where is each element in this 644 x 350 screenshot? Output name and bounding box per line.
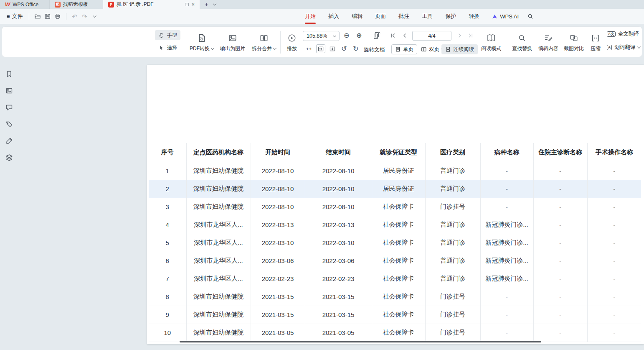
single-page-button[interactable]: 单页 xyxy=(391,44,417,54)
table-header-cell: 定点医药机构名称 xyxy=(186,143,251,162)
extract-pages-button[interactable] xyxy=(372,31,381,40)
tab-list-chevron-icon[interactable] xyxy=(213,2,216,5)
page-number-input[interactable]: 4/4 xyxy=(412,31,451,41)
zoom-out-button[interactable]: ⊖ xyxy=(344,32,349,39)
menu-tab[interactable]: 插入 xyxy=(322,9,345,24)
continuous-read-button[interactable]: 连续阅读 xyxy=(441,44,478,54)
table-cell: 深圳市妇幼保健院 xyxy=(186,180,251,198)
menu-tab[interactable]: 开始 xyxy=(299,9,322,24)
full-text-translate-label: 全文翻译 xyxy=(618,31,639,38)
edit-content-button[interactable]: 编辑内容 xyxy=(536,29,561,55)
table-cell: 2022-02-23 xyxy=(305,270,372,288)
split-merge-button[interactable]: 拆分合并 xyxy=(249,29,279,55)
tag-panel-button[interactable] xyxy=(5,120,13,128)
read-mode-button[interactable]: 阅读模式 xyxy=(479,29,503,55)
word-translate-button[interactable]: A 划词翻译 xyxy=(607,44,640,51)
table-cell: 社会保障卡 xyxy=(372,288,425,306)
table-cell: 2022-03-06 xyxy=(305,252,372,270)
table-cell: - xyxy=(587,198,641,216)
table-cell: 居民身份证 xyxy=(372,162,425,180)
zoom-dropdown[interactable]: 105.88% xyxy=(303,31,340,41)
table-cell: - xyxy=(533,234,587,252)
table-header-cell: 开始时间 xyxy=(251,143,305,162)
table-cell: - xyxy=(587,216,641,234)
table-cell: 8 xyxy=(149,288,186,306)
compress-icon xyxy=(591,33,600,43)
read-mode-label: 阅读模式 xyxy=(481,45,501,52)
export-image-button[interactable]: 输出为图片 xyxy=(218,29,248,55)
docer-icon: 稻 xyxy=(55,2,61,8)
page-indicator: 4/4 xyxy=(428,33,435,39)
actual-size-button[interactable]: 1:1 xyxy=(304,44,314,53)
bookmark-panel-button[interactable] xyxy=(5,70,13,78)
wps-ai-button[interactable]: WPS AI xyxy=(486,13,525,20)
fit-width-button[interactable] xyxy=(316,44,325,53)
tab-restore-icon[interactable] xyxy=(185,3,189,6)
thumbnail-panel-button[interactable] xyxy=(5,87,13,95)
rotate-ccw-button[interactable]: ↺ xyxy=(341,46,347,52)
tab-document[interactable]: P 就 医 记 录 .PDF × xyxy=(103,0,200,9)
document-workspace[interactable]: 序号定点医药机构名称开始时间结束时间就诊凭证类型医疗类别病种名称住院主诊断名称手… xyxy=(0,57,644,350)
signature-panel-button[interactable] xyxy=(5,137,13,145)
rotate-cw-button[interactable]: ↻ xyxy=(353,46,358,52)
double-page-icon xyxy=(421,46,427,52)
cursor-icon xyxy=(158,45,165,51)
select-tool-button[interactable]: 选择 xyxy=(155,43,180,53)
comment-panel-button[interactable] xyxy=(5,103,13,112)
table-header-cell: 就诊凭证类型 xyxy=(372,143,425,162)
chevron-down-icon xyxy=(93,14,96,17)
menu-tab[interactable]: 页面 xyxy=(369,9,392,24)
table-cell: 深圳市龙华区人... xyxy=(186,252,251,270)
menu-tab[interactable]: 工具 xyxy=(416,9,439,24)
fit-page-button[interactable] xyxy=(328,44,337,53)
last-page-button[interactable] xyxy=(467,32,474,39)
table-cell: - xyxy=(587,234,641,252)
previous-page-button[interactable] xyxy=(401,32,408,39)
tab-close-icon[interactable]: × xyxy=(191,2,195,7)
hand-tool-button[interactable]: 手型 xyxy=(155,30,180,40)
menu-tab[interactable]: 批注 xyxy=(392,9,416,24)
menu-tab[interactable]: 保护 xyxy=(439,9,462,24)
pdf-file-icon: P xyxy=(108,2,114,8)
print-button[interactable] xyxy=(53,11,63,21)
file-menu-button[interactable]: ≡ 文件 xyxy=(4,13,25,20)
undo-button[interactable]: ↶ xyxy=(70,11,80,21)
save-button[interactable] xyxy=(43,11,53,21)
undo-history-chevron[interactable] xyxy=(90,11,100,21)
pdf-page[interactable]: 序号定点医药机构名称开始时间结束时间就诊凭证类型医疗类别病种名称住院主诊断名称手… xyxy=(147,65,644,344)
tab-docer[interactable]: 稻 找稻壳模板 xyxy=(49,0,103,9)
menu-search-button[interactable] xyxy=(525,13,539,20)
compress-button[interactable]: 压缩 xyxy=(586,29,605,55)
ribbon-toolbar: 手型 选择 PDF转换 输出为图片 拆 xyxy=(2,26,642,57)
table-cell: 普通门诊 xyxy=(425,234,480,252)
table-cell: 2022-08-10 xyxy=(305,162,372,180)
divider xyxy=(66,13,66,20)
table-cell: - xyxy=(533,270,587,288)
first-page-button[interactable] xyxy=(390,32,396,39)
layers-panel-button[interactable] xyxy=(5,153,13,162)
table-cell: 6 xyxy=(149,252,186,270)
find-replace-button[interactable]: 查找替换 xyxy=(509,29,535,55)
new-tab-button[interactable]: + xyxy=(205,1,208,8)
table-cell: 3 xyxy=(149,198,186,216)
open-file-button[interactable] xyxy=(33,11,43,21)
table-cell: 新冠肺炎门诊... xyxy=(480,270,533,288)
redo-button[interactable]: ↷ xyxy=(80,11,90,21)
full-text-translate-button[interactable]: A文 全文翻译 xyxy=(607,31,639,38)
zoom-in-button[interactable]: ⊕ xyxy=(356,32,362,39)
play-button[interactable]: 播放 xyxy=(283,29,301,55)
table-scrollbar[interactable] xyxy=(180,341,541,342)
double-page-label: 双页 xyxy=(429,46,439,53)
menubar: ≡ 文件 ↶ ↷ 开始插入编辑页面批注工具保护转换 WPS AI xyxy=(0,9,644,24)
menu-tab[interactable]: 转换 xyxy=(462,9,486,24)
screenshot-compare-button[interactable]: 截图对比 xyxy=(562,29,586,55)
table-cell: 2021-03-15 xyxy=(305,306,372,324)
tab-wps-home[interactable]: W WPS Office xyxy=(0,0,49,9)
next-page-button[interactable] xyxy=(456,32,463,39)
menu-tab[interactable]: 编辑 xyxy=(345,9,369,24)
table-cell: 社会保障卡 xyxy=(372,234,425,252)
table-body: 1深圳市妇幼保健院2022-08-102022-08-10居民身份证普通门诊--… xyxy=(149,162,641,342)
pdf-convert-label: PDF转换 xyxy=(190,45,210,52)
pdf-convert-button[interactable]: PDF转换 xyxy=(188,29,216,55)
chevron-down-icon xyxy=(211,46,214,49)
